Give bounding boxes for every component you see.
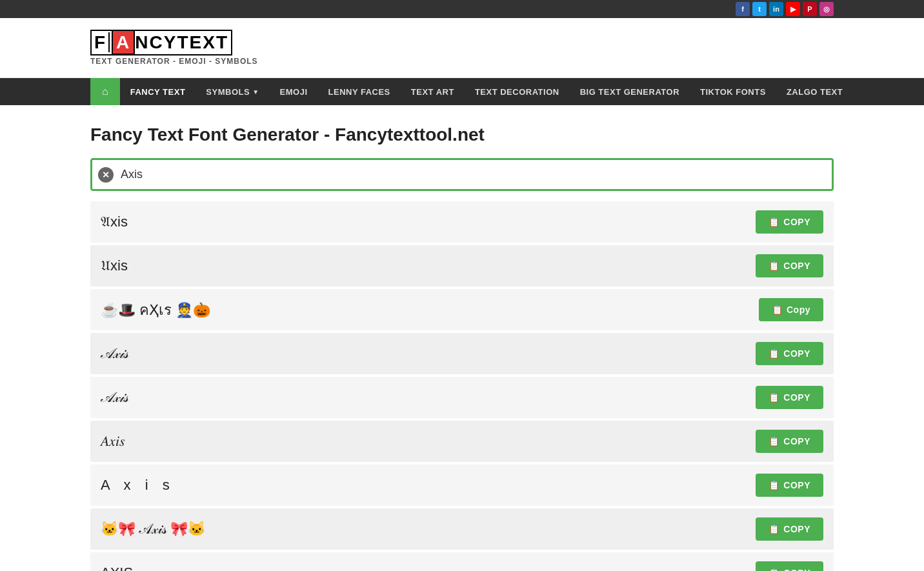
copy-button[interactable]: 📋 COPY bbox=[756, 561, 823, 571]
logo-letter-a: A bbox=[112, 30, 135, 55]
header: FANCYTEXT TEXT GENERATOR - EMOJI - SYMBO… bbox=[0, 18, 924, 78]
nav-item-lenny-faces[interactable]: LENNY FACES bbox=[318, 79, 401, 105]
copy-button[interactable]: 📋 COPY bbox=[756, 474, 823, 497]
copy-icon: 📋 bbox=[768, 568, 780, 571]
copy-icon: 📋 bbox=[768, 392, 780, 403]
page-title: Fancy Text Font Generator - Fancytexttoo… bbox=[90, 125, 834, 145]
copy-button[interactable]: 📋 COPY bbox=[756, 517, 823, 541]
logo-rest: NCYTEXT bbox=[135, 32, 228, 52]
pinterest-icon[interactable]: P bbox=[803, 2, 817, 16]
nav-item-zalgo-text[interactable]: ZALGO TEXT bbox=[776, 79, 853, 105]
copy-icon: 📋 bbox=[768, 436, 780, 446]
nav-item-emoji[interactable]: EMOJI bbox=[270, 79, 318, 105]
nav-item-text-decoration[interactable]: TEXT DECORATION bbox=[465, 79, 570, 105]
search-input[interactable] bbox=[90, 158, 834, 191]
table-row: 𝔘xis 📋 COPY bbox=[90, 245, 834, 286]
copy-icon: 📋 bbox=[772, 305, 783, 315]
copy-button[interactable]: 📋 COPY bbox=[756, 386, 823, 409]
logo-tagline: TEXT GENERATOR - EMOJI - SYMBOLS bbox=[90, 57, 258, 66]
copy-icon: 📋 bbox=[768, 261, 780, 271]
result-text: 🐱🎀 𝒜𝓍𝒾𝓈 🎀🐱 bbox=[101, 521, 756, 537]
twitter-icon[interactable]: t bbox=[752, 2, 767, 16]
copy-button[interactable]: 📋 COPY bbox=[756, 210, 823, 234]
social-bar: f t in ▶ P ◎ bbox=[0, 0, 924, 18]
copy-button[interactable]: 📋 Copy bbox=[759, 298, 824, 321]
table-row: 𝒜𝓍𝒾𝓈 📋 COPY bbox=[90, 333, 834, 374]
results-list: 𝔄xis 📋 COPY 𝔘xis 📋 COPY ☕🎩 คҲเร 👮🎃 📋 Cop… bbox=[90, 201, 834, 571]
result-text: 𝒜𝓍𝒾𝓈 bbox=[101, 345, 756, 362]
result-text: 𝔄xis bbox=[101, 214, 756, 230]
copy-button[interactable]: 📋 COPY bbox=[756, 342, 823, 365]
nav-item-tiktok-fonts[interactable]: TIKTOK FONTS bbox=[690, 79, 776, 105]
nav-item-symbols[interactable]: SYMBOLS ▼ bbox=[196, 79, 269, 105]
chevron-down-icon: ▼ bbox=[252, 88, 259, 95]
table-row: 𝒜𝓍𝒾𝓈 📋 COPY bbox=[90, 377, 834, 418]
copy-icon: 📋 bbox=[768, 217, 780, 227]
nav-item-fancy-text[interactable]: FANCY TEXT bbox=[120, 79, 196, 105]
table-row: 𝔄xis 📋 COPY bbox=[90, 201, 834, 243]
search-clear-button[interactable]: ✕ bbox=[98, 167, 114, 183]
copy-icon: 📋 bbox=[768, 524, 780, 534]
search-container: ✕ bbox=[90, 158, 834, 191]
table-row: 𝐴𝑥𝑖𝑠 📋 COPY bbox=[90, 421, 834, 462]
result-text: 𝔘xis bbox=[101, 257, 756, 274]
table-row: A x i s 📋 COPY bbox=[90, 465, 834, 506]
copy-button[interactable]: 📋 COPY bbox=[756, 254, 823, 277]
logo[interactable]: FANCYTEXT TEXT GENERATOR - EMOJI - SYMBO… bbox=[90, 30, 834, 66]
youtube-icon[interactable]: ▶ bbox=[786, 2, 800, 16]
result-text: 𝒜𝓍𝒾𝓈 bbox=[101, 389, 756, 406]
table-row: ☕🎩 คҲเร 👮🎃 📋 Copy bbox=[90, 289, 834, 330]
main-content: Fancy Text Font Generator - Fancytexttoo… bbox=[0, 105, 924, 571]
nav-home-button[interactable]: ⌂ bbox=[90, 78, 120, 105]
facebook-icon[interactable]: f bbox=[736, 2, 750, 16]
main-nav: ⌂ FANCY TEXT SYMBOLS ▼ EMOJI LENNY FACES… bbox=[0, 78, 924, 105]
table-row: 🐱🎀 𝒜𝓍𝒾𝓈 🎀🐱 📋 COPY bbox=[90, 508, 834, 550]
result-text: 𝐴𝑥𝑖𝑠 bbox=[101, 433, 756, 450]
copy-button[interactable]: 📋 COPY bbox=[756, 430, 823, 453]
table-row: AXIS 📋 COPY bbox=[90, 552, 834, 571]
linkedin-icon[interactable]: in bbox=[769, 2, 783, 16]
result-text: ☕🎩 คҲเร 👮🎃 bbox=[101, 299, 759, 321]
result-text: AXIS bbox=[101, 565, 756, 571]
result-text: A x i s bbox=[101, 477, 756, 494]
instagram-icon[interactable]: ◎ bbox=[819, 2, 834, 16]
logo-letter-f-static: F bbox=[94, 32, 110, 52]
nav-item-text-art[interactable]: TEXT ART bbox=[401, 79, 465, 105]
nav-item-big-text-generator[interactable]: BIG TEXT GENERATOR bbox=[570, 79, 690, 105]
copy-icon: 📋 bbox=[768, 348, 780, 359]
copy-icon: 📋 bbox=[768, 480, 780, 490]
logo-text: FANCYTEXT bbox=[90, 30, 232, 55]
